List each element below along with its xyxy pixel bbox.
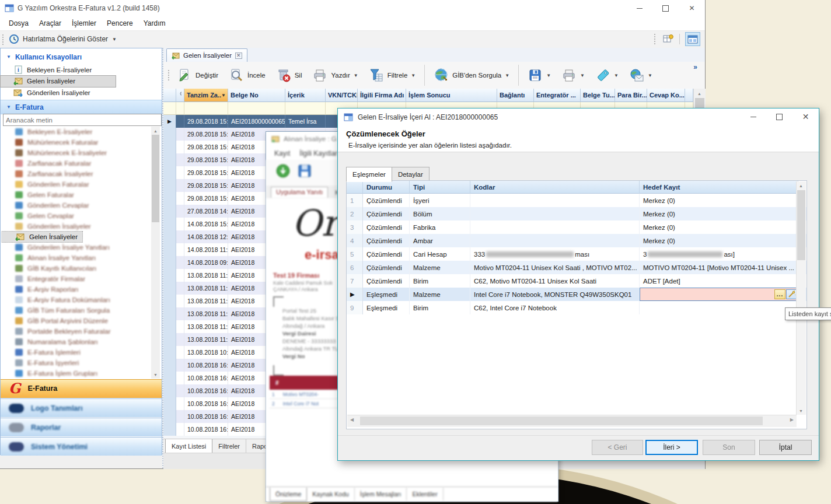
detail-bottom-tab[interactable]: Eklentiler	[407, 488, 443, 501]
dialog-table-row[interactable]: 7ÇözümlendiBirimC62, Motivo MT0204-11 Un…	[347, 274, 806, 288]
grid-column-header[interactable]: VKN/TCKN	[326, 89, 358, 102]
apply-icon[interactable]	[275, 163, 289, 177]
print-button[interactable]: Yazdır▼	[308, 64, 362, 86]
ellipsis-button[interactable]: ...	[774, 289, 785, 299]
dialog-table-row[interactable]: 2ÇözümlendiBölümMerkez (0)	[347, 207, 806, 220]
close-icon[interactable]: ✕	[679, 0, 705, 16]
grid-column-header[interactable]: Bağlantı	[497, 89, 534, 102]
dialog-vertical-scrollbar[interactable]: ▲ ▼	[796, 181, 806, 415]
sidebar-item[interactable]: Portalde Bekleyen Faturalar	[1, 326, 111, 337]
filter-cell[interactable]	[184, 102, 228, 115]
tab-gelen-irsaliyeler[interactable]: Gelen İrsaliyeler ✕	[166, 48, 247, 62]
sidebar-shortcut-1[interactable]: iBekleyen E-İrsaliyeler	[1, 64, 162, 75]
dialog-horizontal-scrollbar[interactable]: ◀ ▶	[347, 415, 797, 427]
filter-cell[interactable]	[163, 102, 176, 115]
toolbar-overflow-icon[interactable]: »	[693, 63, 697, 71]
detail-menu-item[interactable]: İlgili Kayıtlar	[299, 149, 337, 158]
sidebar-item[interactable]: E-Arşiv Fatura Dokümanları	[1, 295, 110, 305]
scrollbar-thumb[interactable]	[360, 416, 763, 425]
menu-item-yardım[interactable]: Yardım	[138, 18, 171, 29]
sidebar-item[interactable]: Entegratör Firmalar	[1, 274, 85, 284]
edit-button[interactable]: Değiştir	[172, 64, 223, 86]
sidebar-item[interactable]: Alınan İrsaliye Yanıtları	[1, 253, 96, 263]
dialog-table-row[interactable]: 4ÇözümlendiAmbarMerkez (0)	[347, 234, 806, 247]
tag-button[interactable]: ▼	[591, 64, 623, 86]
grid-column-header[interactable]: Tanzim Za..▼	[184, 89, 228, 102]
sidebar-item[interactable]: Gönderilen İrsaliye Yanıtları	[1, 242, 110, 253]
dialog-tab-eşleşmeler[interactable]: Eşleşmeler	[346, 167, 392, 182]
dialog-table-row[interactable]: 5ÇözümlendiCari Hesap333ması3ası]	[347, 247, 806, 261]
dialog-tab-detaylar[interactable]: Detaylar	[392, 167, 430, 181]
grid-column-header[interactable]: Para Bir...	[615, 89, 647, 102]
filter-cell[interactable]	[228, 102, 285, 115]
sidebar-item[interactable]: Mühürlenecek E-İrsaliyeler	[1, 148, 107, 158]
dialog-table-row[interactable]: 3ÇözümlendiFabrikaMerkez (0)	[347, 220, 806, 234]
sidebar-section-efatura[interactable]: ▼ E-Fatura	[1, 100, 162, 114]
sidebar-item[interactable]: Numaralama Şablonları	[1, 337, 98, 347]
tab-uygulama-yaniti[interactable]: Uygulama Yanıtı	[271, 187, 328, 198]
sidebar-pane-raporlar[interactable]: Raporlar	[1, 418, 162, 436]
filter-button[interactable]: Filtrele▼	[364, 64, 420, 86]
grid-column-header[interactable]: Cevap Ko...	[647, 89, 685, 102]
reminder-button[interactable]: Hatırlatma Öğelerini Göster ▼	[6, 33, 120, 46]
sidebar-item[interactable]: Gelen Faturalar	[1, 190, 74, 200]
dialog-table-row[interactable]: 6ÇözümlendiMalzemeMotivo MT0204-11 Unise…	[347, 261, 806, 274]
scroll-right-icon[interactable]: ▶	[790, 417, 794, 422]
sidebar-item[interactable]: GİB Kayıtlı Kullanıcıları	[1, 263, 96, 274]
sidebar-pane-sistem-yönetimi[interactable]: Sistem Yönetimi	[1, 437, 162, 456]
sidebar-item[interactable]: Gelen İrsaliyeler	[1, 232, 82, 242]
bottom-tab-filtreler[interactable]: Filtreler	[212, 439, 246, 453]
sidebar-item[interactable]: E-Fatura İşlemleri	[1, 347, 81, 358]
scrollbar-thumb[interactable]	[797, 190, 805, 260]
grid-column-header[interactable]: Belge Tu...	[581, 89, 615, 102]
sidebar-item[interactable]: Gönderilen İrsaliyeler	[1, 221, 91, 232]
dialog-table-row[interactable]: 9EşleşmediBirimC62, Intel Core i7 Notebo…	[347, 301, 806, 314]
scroll-down-icon[interactable]: ▼	[151, 370, 160, 379]
menu-item-pencere[interactable]: Pencere	[102, 18, 138, 29]
cell-hedef-kayit[interactable]: ...	[640, 288, 798, 301]
scroll-up-icon[interactable]: ▲	[695, 89, 704, 97]
maximize-icon[interactable]	[766, 108, 792, 125]
sidebar-item[interactable]: E-Fatura İşyerleri	[1, 358, 79, 368]
grid-column-header[interactable]: İlgili Firma Adı	[358, 89, 406, 102]
grid-column-header[interactable]: İçerik	[285, 89, 326, 102]
scroll-up-icon[interactable]: ▲	[151, 127, 160, 135]
minimize-icon[interactable]	[626, 0, 652, 16]
save-button[interactable]: ▼	[523, 64, 556, 86]
sidebar-shortcut-2[interactable]: Gelen İrsaliyeler	[1, 76, 116, 87]
globe-mail-button[interactable]: ▼	[624, 64, 657, 86]
sidebar-scrollbar[interactable]: ▲ ▼	[151, 127, 160, 379]
dialog-table-row[interactable]: 1ÇözümlendiİşyeriMerkez (0)	[347, 194, 806, 207]
sidebar-section-shortcuts[interactable]: ▼ Kullanıcı Kısayolları	[1, 50, 162, 64]
filter-cell[interactable]	[176, 102, 184, 115]
maximize-icon[interactable]	[652, 0, 679, 16]
close-icon[interactable]: ✕	[792, 108, 819, 125]
sidebar-item[interactable]: Gönderilen Faturalar	[1, 179, 89, 190]
filter-cell[interactable]	[285, 102, 326, 115]
search-input[interactable]	[3, 114, 162, 126]
sidebar-item[interactable]: Gelen Cevaplar	[1, 211, 74, 221]
inspect-button[interactable]: İncele	[224, 64, 270, 86]
detail-bottom-tab[interactable]: Kaynak Kodu	[307, 488, 354, 501]
save-icon[interactable]	[298, 164, 312, 178]
wizard-button-leri[interactable]: İleri >	[645, 440, 698, 455]
minimize-icon[interactable]	[740, 108, 766, 125]
sidebar-pane-logo-tanımları[interactable]: Logo Tanımları	[1, 398, 162, 417]
gib-query-button[interactable]: GİB'den Sorgula▼	[429, 64, 514, 86]
grid-column-header[interactable]: Belge No	[228, 89, 285, 102]
panel-view-icon[interactable]	[685, 32, 700, 46]
sidebar-item[interactable]: E-Arşiv Raporları	[1, 284, 79, 295]
menu-item-dosya[interactable]: Dosya	[4, 18, 34, 29]
delete-button[interactable]: Sil	[271, 64, 307, 86]
sidebar-item[interactable]: Mühürlenecek Faturalar	[1, 137, 98, 148]
scroll-down-icon[interactable]: ▼	[797, 407, 805, 415]
sidebar-item[interactable]: GİB Tüm Faturaları Sorgula	[1, 305, 110, 316]
grid-column-header[interactable]: Entegratör ...	[534, 89, 581, 102]
grid-layout-icon[interactable]	[661, 32, 676, 46]
sidebar-item[interactable]: Zarflanacak Faturalar	[1, 158, 91, 169]
detail-menu-item[interactable]: Kayıt	[274, 149, 290, 158]
scrollbar-thumb[interactable]	[152, 135, 159, 222]
sidebar-item[interactable]: Bekleyen E-İrsaliyeler	[1, 127, 92, 137]
detail-bottom-tab[interactable]: İşlem Mesajları	[355, 488, 407, 501]
sidebar-item[interactable]: Zarflanacak İrsaliyeler	[1, 169, 93, 179]
